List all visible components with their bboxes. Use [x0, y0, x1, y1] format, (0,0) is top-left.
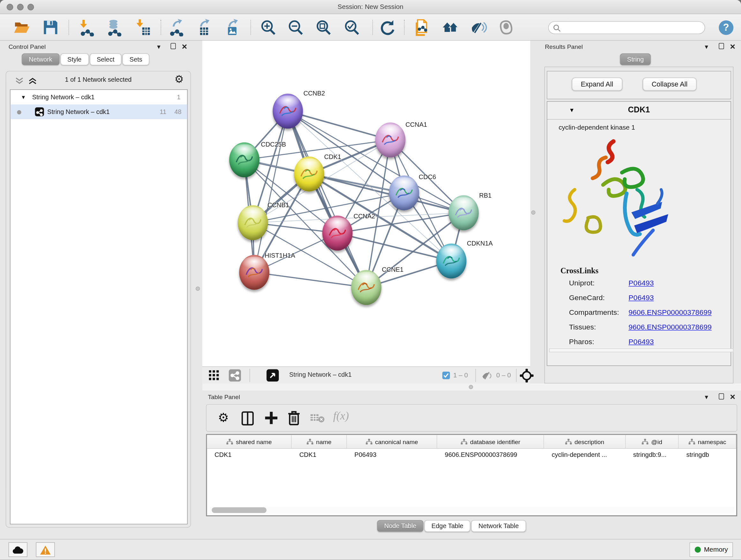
birdseye-grid-icon[interactable]	[209, 370, 219, 381]
network-canvas[interactable]: CCNB2 CCNA1 CDC25B CDK1 CDC6 RB1 CCNB1	[202, 41, 530, 366]
control-panel-tabs: NetworkStyleSelectSets	[22, 53, 150, 65]
crosslink-value-link[interactable]: P06493	[629, 279, 654, 288]
zoom-selected-icon[interactable]	[343, 18, 360, 37]
network-node-CCNA1[interactable]	[375, 123, 406, 158]
table-hscrollbar-thumb[interactable]	[212, 507, 266, 513]
fit-selected-crosshair-icon[interactable]	[520, 369, 534, 382]
right-splitter-handle[interactable]	[531, 210, 535, 214]
help-button[interactable]: ?	[719, 20, 733, 35]
import-network-file-icon[interactable]	[77, 18, 95, 37]
network-node-CCNE1[interactable]	[351, 270, 381, 305]
hide-details-icon[interactable]	[469, 18, 487, 37]
network-node-CCNB1[interactable]	[238, 205, 268, 240]
show-details-icon[interactable]	[497, 18, 515, 37]
search-input[interactable]	[548, 21, 705, 34]
tab-select[interactable]: Select	[90, 53, 122, 65]
column-header-namespac[interactable]: namespac	[679, 435, 736, 448]
edge-CCNB2-CCNE1[interactable]	[288, 111, 366, 287]
edge-HIST1H1A-CCNE1[interactable]	[254, 272, 366, 287]
crosslink-value-link[interactable]: P06493	[629, 294, 654, 302]
save-session-icon[interactable]	[42, 18, 59, 37]
column-header-canonical-name[interactable]: canonical name	[347, 435, 437, 448]
zoom-out-icon[interactable]	[286, 18, 304, 37]
network-row[interactable]: String Network – cdk1 11 48	[10, 105, 187, 119]
network-collection-row[interactable]: ▼ String Network – cdk1 1	[10, 90, 187, 105]
zoom-in-icon[interactable]	[259, 18, 277, 37]
crosslinks-title: CrossLinks	[547, 260, 731, 276]
zoom-fit-icon[interactable]	[314, 18, 332, 37]
node-label-CDC6: CDC6	[419, 173, 436, 180]
gene-description: cyclin-dependent kinase 1	[547, 120, 731, 131]
column-header-name[interactable]: name	[292, 435, 347, 448]
column-header-shared-name[interactable]: shared name	[207, 435, 292, 448]
gene-entry-header[interactable]: ▼ CDK1	[547, 102, 731, 119]
refresh-icon[interactable]	[378, 18, 396, 37]
column-header-database-identifier[interactable]: database identifier	[437, 435, 544, 448]
control-panel-collapse-icon[interactable]: ▼	[156, 44, 162, 50]
crosslink-value-link[interactable]: 9606.ENSP00000378699	[629, 308, 712, 317]
horizontal-splitter[interactable]	[202, 383, 741, 390]
memory-label: Memory	[704, 546, 728, 553]
tab-sets[interactable]: Sets	[123, 53, 149, 65]
tab-network[interactable]: Network	[22, 53, 59, 65]
table-hscrollbar	[210, 507, 735, 513]
string-results-group: Expand All Collapse All ▼ CDK1 cyclin-de…	[544, 67, 733, 383]
results-panel-close-icon[interactable]: ✕	[730, 43, 736, 51]
network-node-CDC25B[interactable]	[229, 142, 259, 178]
network-from-selection-icon[interactable]	[413, 18, 431, 37]
tab-edge-table[interactable]: Edge Table	[424, 520, 470, 532]
edge-CCNB2-HIST1H1A[interactable]	[254, 111, 288, 272]
crosslink-value-link[interactable]: P06493	[629, 337, 654, 346]
add-column-icon[interactable]	[264, 411, 278, 425]
table-panel-title: Table Panel	[208, 393, 240, 400]
control-panel-close-icon[interactable]: ✕	[182, 43, 188, 51]
warning-button[interactable]	[36, 543, 55, 557]
column-header-id[interactable]: @id	[625, 435, 679, 448]
delete-column-icon[interactable]	[288, 410, 300, 425]
results-scrollbar[interactable]	[549, 348, 734, 352]
column-header-description[interactable]: description	[544, 435, 625, 448]
tab-node-table[interactable]: Node Table	[377, 520, 423, 532]
expand-all-button[interactable]: Expand All	[572, 78, 622, 91]
tab-string[interactable]: String	[620, 53, 651, 65]
network-node-CCNB2[interactable]	[273, 94, 303, 129]
selected-checkbox-icon[interactable]	[442, 372, 450, 379]
export-network-icon[interactable]	[166, 18, 184, 37]
open-file-icon[interactable]	[13, 18, 30, 37]
table-panel-close-icon[interactable]: ✕	[730, 393, 736, 401]
network-node-HIST1H1A[interactable]	[239, 255, 269, 290]
left-splitter-handle[interactable]	[196, 287, 200, 291]
horizontal-splitter-handle[interactable]	[469, 385, 473, 389]
import-table-icon[interactable]	[133, 18, 151, 37]
control-panel-float-icon[interactable]	[171, 43, 176, 49]
table-panel-float-icon[interactable]	[719, 393, 724, 399]
show-columns-icon[interactable]	[242, 411, 254, 425]
tab-network-table[interactable]: Network Table	[471, 520, 526, 532]
open-in-window-icon[interactable]	[266, 369, 279, 382]
houses-icon[interactable]	[441, 18, 459, 37]
network-node-CDK1[interactable]	[294, 157, 324, 192]
hidden-node-edge-counts: 0 – 0	[496, 371, 511, 379]
network-node-CDC6[interactable]	[389, 175, 419, 210]
collection-caret-icon[interactable]: ▼	[21, 90, 26, 105]
memory-button[interactable]: Memory	[690, 543, 733, 557]
string-settings-icon[interactable]	[229, 369, 241, 382]
results-panel-float-icon[interactable]	[719, 43, 724, 49]
results-panel-collapse-icon[interactable]: ▼	[704, 44, 710, 50]
network-options-gear-icon[interactable]: ⚙	[175, 73, 184, 86]
network-node-RB1[interactable]	[448, 195, 479, 231]
export-table-icon[interactable]	[194, 18, 212, 37]
network-node-CDKN1A[interactable]	[436, 244, 467, 279]
cloud-button[interactable]	[9, 543, 27, 557]
delete-table-icon	[311, 414, 325, 423]
table-row[interactable]: CDK1CDK1P064939606.ENSP00000378699cyclin…	[207, 449, 737, 461]
collapse-all-button[interactable]: Collapse All	[643, 78, 696, 91]
tab-style[interactable]: Style	[60, 53, 89, 65]
crosslink-label: Tissues:	[569, 323, 596, 331]
table-panel-collapse-icon[interactable]: ▼	[704, 394, 710, 401]
network-node-CCNA2[interactable]	[322, 215, 353, 251]
table-settings-gear-icon[interactable]: ⚙	[218, 410, 229, 425]
crosslink-value-link[interactable]: 9606.ENSP00000378699	[629, 323, 712, 331]
import-network-database-icon[interactable]	[105, 18, 122, 37]
export-image-icon[interactable]	[222, 18, 240, 37]
